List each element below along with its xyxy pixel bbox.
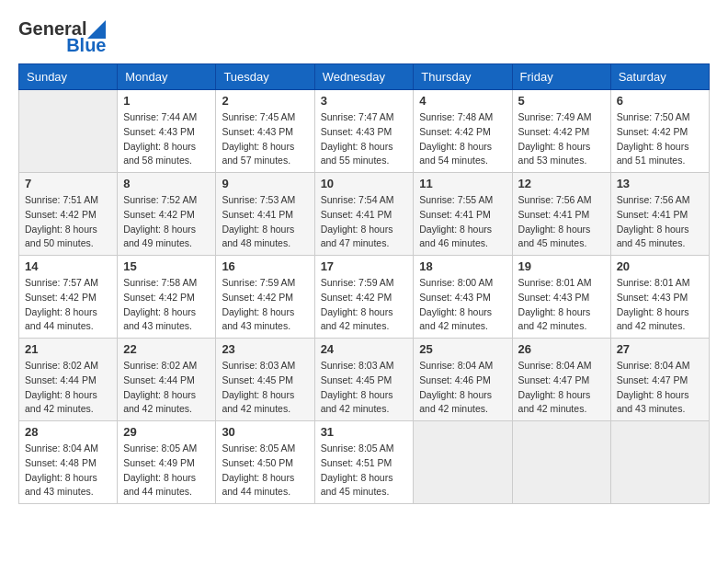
daylight-text-2: and 46 minutes. xyxy=(419,236,506,251)
sunrise-text: Sunrise: 8:04 AM xyxy=(518,359,605,373)
day-number: 7 xyxy=(25,177,111,190)
day-info: Sunrise: 7:47 AMSunset: 4:43 PMDaylight:… xyxy=(321,110,408,168)
day-number: 10 xyxy=(321,177,408,190)
header-day-tuesday: Tuesday xyxy=(216,64,314,90)
sunset-text: Sunset: 4:43 PM xyxy=(123,125,210,140)
daylight-text-2: and 42 minutes. xyxy=(321,319,408,334)
sunrise-text: Sunrise: 7:55 AM xyxy=(419,193,506,208)
sunrise-text: Sunrise: 7:59 AM xyxy=(321,276,408,291)
sunset-text: Sunset: 4:41 PM xyxy=(321,208,408,223)
sunrise-text: Sunrise: 8:03 AM xyxy=(321,359,408,373)
day-number: 20 xyxy=(617,259,703,273)
daylight-text-1: Daylight: 8 hours xyxy=(25,471,111,486)
week-row-4: 21Sunrise: 8:02 AMSunset: 4:44 PMDayligh… xyxy=(19,339,710,421)
sunrise-text: Sunrise: 7:57 AM xyxy=(25,276,111,291)
header-day-friday: Friday xyxy=(512,64,610,90)
sunset-text: Sunset: 4:42 PM xyxy=(518,125,605,140)
calendar-cell: 16Sunrise: 7:59 AMSunset: 4:42 PMDayligh… xyxy=(216,256,314,339)
daylight-text-1: Daylight: 8 hours xyxy=(321,223,408,237)
daylight-text-1: Daylight: 8 hours xyxy=(123,471,210,486)
sunset-text: Sunset: 4:44 PM xyxy=(123,373,210,388)
calendar-cell: 7Sunrise: 7:51 AMSunset: 4:42 PMDaylight… xyxy=(19,173,118,256)
daylight-text-2: and 42 minutes. xyxy=(25,402,111,417)
calendar-cell xyxy=(19,90,118,173)
sunset-text: Sunset: 4:41 PM xyxy=(518,208,605,223)
sunrise-text: Sunrise: 7:52 AM xyxy=(123,193,210,208)
sunset-text: Sunset: 4:41 PM xyxy=(419,208,506,223)
daylight-text-2: and 48 minutes. xyxy=(222,236,308,251)
day-info: Sunrise: 7:56 AMSunset: 4:41 PMDaylight:… xyxy=(617,193,703,251)
sunset-text: Sunset: 4:42 PM xyxy=(321,291,408,305)
sunset-text: Sunset: 4:42 PM xyxy=(25,291,111,305)
day-number: 28 xyxy=(25,425,111,439)
calendar-cell: 4Sunrise: 7:48 AMSunset: 4:42 PMDaylight… xyxy=(414,90,512,173)
day-number: 4 xyxy=(419,94,506,108)
daylight-text-1: Daylight: 8 hours xyxy=(222,140,308,155)
day-number: 22 xyxy=(123,342,210,356)
daylight-text-2: and 57 minutes. xyxy=(222,154,308,168)
daylight-text-2: and 54 minutes. xyxy=(419,154,506,168)
day-number: 24 xyxy=(321,342,408,356)
day-info: Sunrise: 7:56 AMSunset: 4:41 PMDaylight:… xyxy=(518,193,605,251)
daylight-text-1: Daylight: 8 hours xyxy=(222,305,308,320)
daylight-text-2: and 42 minutes. xyxy=(222,402,308,417)
day-info: Sunrise: 8:05 AMSunset: 4:51 PMDaylight:… xyxy=(321,442,408,500)
daylight-text-2: and 50 minutes. xyxy=(25,236,111,251)
sunset-text: Sunset: 4:43 PM xyxy=(617,291,703,305)
day-number: 3 xyxy=(321,94,408,108)
day-info: Sunrise: 8:05 AMSunset: 4:50 PMDaylight:… xyxy=(222,442,308,500)
daylight-text-1: Daylight: 8 hours xyxy=(222,471,308,486)
daylight-text-2: and 42 minutes. xyxy=(518,402,605,417)
day-number: 26 xyxy=(518,342,605,356)
daylight-text-1: Daylight: 8 hours xyxy=(617,223,703,237)
daylight-text-2: and 42 minutes. xyxy=(419,319,506,334)
day-number: 14 xyxy=(25,259,111,273)
daylight-text-2: and 47 minutes. xyxy=(321,236,408,251)
day-info: Sunrise: 8:04 AMSunset: 4:47 PMDaylight:… xyxy=(518,359,605,417)
daylight-text-1: Daylight: 8 hours xyxy=(25,388,111,403)
day-info: Sunrise: 8:03 AMSunset: 4:45 PMDaylight:… xyxy=(321,359,408,417)
sunset-text: Sunset: 4:41 PM xyxy=(222,208,308,223)
day-info: Sunrise: 8:04 AMSunset: 4:47 PMDaylight:… xyxy=(617,359,703,417)
calendar-cell: 14Sunrise: 7:57 AMSunset: 4:42 PMDayligh… xyxy=(19,256,118,339)
daylight-text-1: Daylight: 8 hours xyxy=(617,140,703,155)
daylight-text-2: and 43 minutes. xyxy=(617,402,703,417)
daylight-text-2: and 42 minutes. xyxy=(617,319,703,334)
day-number: 16 xyxy=(222,259,308,273)
sunset-text: Sunset: 4:45 PM xyxy=(321,373,408,388)
daylight-text-1: Daylight: 8 hours xyxy=(518,388,605,403)
sunset-text: Sunset: 4:42 PM xyxy=(222,291,308,305)
week-row-1: 1Sunrise: 7:44 AMSunset: 4:43 PMDaylight… xyxy=(19,90,710,173)
week-row-5: 28Sunrise: 8:04 AMSunset: 4:48 PMDayligh… xyxy=(19,421,710,504)
daylight-text-1: Daylight: 8 hours xyxy=(518,223,605,237)
daylight-text-1: Daylight: 8 hours xyxy=(419,305,506,320)
daylight-text-1: Daylight: 8 hours xyxy=(518,305,605,320)
sunrise-text: Sunrise: 7:49 AM xyxy=(518,110,605,125)
day-number: 19 xyxy=(518,259,605,273)
daylight-text-1: Daylight: 8 hours xyxy=(123,305,210,320)
sunrise-text: Sunrise: 7:50 AM xyxy=(617,110,703,125)
sunrise-text: Sunrise: 8:03 AM xyxy=(222,359,308,373)
day-number: 5 xyxy=(518,94,605,108)
daylight-text-2: and 53 minutes. xyxy=(518,154,605,168)
calendar-header-row: SundayMondayTuesdayWednesdayThursdayFrid… xyxy=(19,64,710,90)
day-info: Sunrise: 8:04 AMSunset: 4:48 PMDaylight:… xyxy=(25,442,111,500)
day-number: 13 xyxy=(617,177,703,190)
header-day-monday: Monday xyxy=(118,64,216,90)
daylight-text-1: Daylight: 8 hours xyxy=(518,140,605,155)
sunrise-text: Sunrise: 8:05 AM xyxy=(321,442,408,456)
calendar-cell xyxy=(512,421,610,504)
sunrise-text: Sunrise: 7:59 AM xyxy=(222,276,308,291)
sunrise-text: Sunrise: 8:01 AM xyxy=(617,276,703,291)
day-number: 12 xyxy=(518,177,605,190)
day-number: 11 xyxy=(419,177,506,190)
sunrise-text: Sunrise: 7:56 AM xyxy=(617,193,703,208)
daylight-text-2: and 43 minutes. xyxy=(123,319,210,334)
calendar-cell: 10Sunrise: 7:54 AMSunset: 4:41 PMDayligh… xyxy=(314,173,414,256)
day-number: 17 xyxy=(321,259,408,273)
calendar-cell: 13Sunrise: 7:56 AMSunset: 4:41 PMDayligh… xyxy=(610,173,709,256)
sunset-text: Sunset: 4:43 PM xyxy=(321,125,408,140)
calendar-cell: 25Sunrise: 8:04 AMSunset: 4:46 PMDayligh… xyxy=(414,339,512,421)
sunset-text: Sunset: 4:43 PM xyxy=(518,291,605,305)
sunrise-text: Sunrise: 8:04 AM xyxy=(617,359,703,373)
